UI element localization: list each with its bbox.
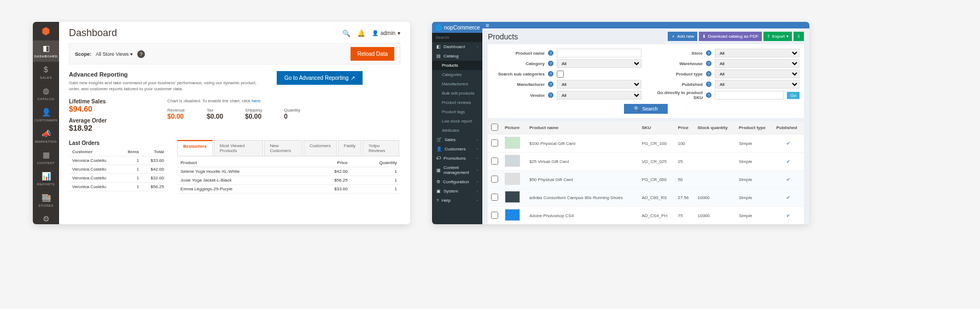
- sku-input[interactable]: [715, 91, 784, 100]
- magento-panel: ⬢ ◧ DASHBOARD $ SALES ◍ CATALOG 👤 CUSTOM…: [33, 22, 410, 224]
- page-title: Dashboard: [69, 27, 117, 39]
- product-thumbnail: [505, 137, 520, 149]
- sidebar-item-attributes[interactable]: Attributes: [432, 126, 482, 135]
- table-row[interactable]: $25 Virtual Gift Card VG_CR_025 25 Simpl…: [488, 153, 804, 171]
- filter-manufacturer-select[interactable]: All: [557, 80, 641, 89]
- table-row[interactable]: Veronica Costello1$42.00: [69, 165, 167, 174]
- filter-row: Product type ?All: [650, 69, 800, 78]
- filter-warehouse-select[interactable]: All: [715, 59, 800, 68]
- sidebar-item-dashboard[interactable]: ◧Dashboard ›: [432, 42, 482, 51]
- sidebar-search[interactable]: 🔍: [432, 33, 482, 42]
- admin-menu[interactable]: 👤 admin ▾: [372, 30, 400, 36]
- help-icon[interactable]: ?: [548, 61, 553, 66]
- help-icon[interactable]: ?: [706, 81, 711, 87]
- help-icon[interactable]: ?: [548, 50, 553, 56]
- table-row[interactable]: Emma Leggings-29-Purple$33.601: [177, 185, 400, 194]
- row-checkbox[interactable]: [491, 176, 498, 183]
- sidebar-item-products[interactable]: Products: [432, 61, 482, 70]
- chevron-right-icon: ›: [477, 45, 478, 49]
- chevron-right-icon: ›: [477, 199, 478, 202]
- filter-search-sub-categories-checkbox[interactable]: [557, 71, 564, 78]
- table-row[interactable]: Adobe Photoshop CS4 AD_CS4_PH 75 10000 S…: [488, 207, 804, 225]
- sidebar-item-product-tags[interactable]: Product tags: [432, 107, 482, 116]
- table-row[interactable]: Selene Yoga Hoodie-XL-White$42.001: [177, 167, 400, 176]
- row-checkbox[interactable]: [491, 194, 498, 201]
- sidebar-item-marketing[interactable]: 📣 MARKETING: [33, 126, 59, 147]
- search-icon[interactable]: 🔍: [342, 30, 351, 37]
- help-icon[interactable]: ?: [706, 71, 711, 77]
- bell-icon[interactable]: 🔔: [357, 30, 365, 37]
- sidebar-item-customers[interactable]: 👤 CUSTOMERS: [33, 104, 59, 126]
- sidebar-item-customers[interactable]: 👤Customers ›: [432, 144, 482, 154]
- sidebar-item-categories[interactable]: Categories: [432, 70, 482, 79]
- help-icon[interactable]: ?: [548, 81, 553, 87]
- last-orders-title: Last Orders: [69, 140, 167, 146]
- content management-icon: ▦: [436, 168, 441, 173]
- globe-icon: 🌐: [435, 25, 442, 31]
- download-pdf-button[interactable]: ⬇Download catalog as PDF: [699, 32, 762, 41]
- help-icon[interactable]: ?: [706, 61, 711, 66]
- configuration-icon: ⚙: [436, 179, 440, 184]
- filter-product-type-select[interactable]: All: [715, 69, 800, 78]
- plus-icon: ＋: [671, 33, 675, 39]
- adv-reporting-button[interactable]: Go to Advanced Reporting↗: [277, 71, 363, 85]
- sidebar-item-system[interactable]: ⚙ SYSTEM: [33, 211, 59, 224]
- sidebar-item-sales[interactable]: $ SALES: [33, 62, 59, 83]
- sidebar-item-bulk-edit-products[interactable]: Bulk edit products: [432, 89, 482, 98]
- tab-most-viewed-products[interactable]: Most Viewed Products: [214, 140, 263, 156]
- sidebar-item-promotions[interactable]: 🏷Promotions ›: [432, 154, 482, 163]
- metric-quantity: Quantity 0: [284, 108, 300, 120]
- row-checkbox[interactable]: [491, 158, 498, 165]
- filter-store-select[interactable]: All: [715, 49, 800, 57]
- tab-customers[interactable]: Customers: [304, 140, 337, 156]
- sidebar-item-help[interactable]: ?Help ›: [432, 196, 482, 205]
- tab-new-customers[interactable]: New Customers: [264, 140, 303, 156]
- chevron-down-icon: ▾: [398, 30, 400, 36]
- table-row[interactable]: Veronica Costello1$56.25: [69, 183, 167, 191]
- sidebar-item-dashboard[interactable]: ◧ DASHBOARD: [33, 40, 59, 62]
- help-icon[interactable]: ?: [548, 92, 553, 98]
- filter-category-select[interactable]: All: [557, 59, 641, 68]
- help-icon[interactable]: ?: [706, 92, 711, 98]
- filter-published-select[interactable]: All: [715, 80, 800, 89]
- row-checkbox[interactable]: [491, 212, 498, 219]
- sidebar-item-stores[interactable]: 🏬 STORES: [33, 190, 59, 211]
- table-row[interactable]: Josie Yoga Jacket-L-Black$56.251: [177, 176, 400, 185]
- tab-fastly[interactable]: Fastly: [338, 140, 361, 156]
- table-row[interactable]: Veronica Costello1$32.00: [69, 174, 167, 183]
- table-row[interactable]: adidas Consortium Campus 80s Running Sho…: [488, 189, 804, 207]
- menu-toggle-icon[interactable]: ≡: [486, 22, 489, 28]
- import-button[interactable]: ⇩: [794, 32, 804, 41]
- table-row[interactable]: Veronica Costello1$33.60: [69, 156, 167, 165]
- admin-label: admin: [381, 30, 395, 36]
- tab-bestsellers[interactable]: Bestsellers: [177, 140, 213, 156]
- sidebar-item-catalog[interactable]: ◍ CATALOG: [33, 83, 59, 104]
- sidebar-item-sales[interactable]: 🛒Sales ›: [432, 135, 482, 144]
- tab-yotpo-reviews[interactable]: Yotpo Reviews: [363, 140, 399, 156]
- sidebar-item-product-reviews[interactable]: Product reviews: [432, 98, 482, 107]
- sidebar-item-configuration[interactable]: ⚙Configuration ›: [432, 177, 482, 186]
- export-button[interactable]: ⇪Export ▾: [763, 32, 792, 41]
- help-icon[interactable]: ?: [137, 50, 145, 58]
- table-row[interactable]: $50 Physical Gift Card PG_CR_050 50 Simp…: [488, 171, 804, 189]
- table-row[interactable]: $100 Physical Gift Card PG_CR_100 100 Si…: [488, 135, 804, 153]
- sidebar-item-content[interactable]: ▦ CONTENT: [33, 147, 59, 168]
- row-checkbox[interactable]: [491, 139, 498, 147]
- scope-select[interactable]: All Store Views ▾: [96, 51, 133, 57]
- sidebar-item-catalog[interactable]: ▤Catalog: [432, 51, 482, 61]
- help-icon[interactable]: ?: [548, 71, 553, 77]
- sidebar-item-content-management[interactable]: ▦Content management ›: [432, 163, 482, 177]
- filter-vendor-select[interactable]: All: [557, 91, 641, 100]
- reload-button[interactable]: Reload Data: [351, 47, 394, 61]
- select-all-checkbox[interactable]: [491, 124, 498, 131]
- enable-chart-link[interactable]: here: [252, 98, 260, 103]
- sidebar-item-manufacturers[interactable]: Manufacturers: [432, 79, 482, 89]
- filter-product-name-input[interactable]: [557, 49, 641, 57]
- help-icon[interactable]: ?: [706, 50, 711, 56]
- go-button[interactable]: Go: [787, 92, 800, 99]
- sidebar-item-low-stock-report[interactable]: Low stock report: [432, 116, 482, 126]
- sidebar-item-system[interactable]: ▣System ›: [432, 186, 482, 196]
- add-new-button[interactable]: ＋Add new: [668, 32, 697, 41]
- sidebar-item-reports[interactable]: 📊 REPORTS: [33, 168, 59, 190]
- search-button[interactable]: 🔍Search: [624, 104, 668, 114]
